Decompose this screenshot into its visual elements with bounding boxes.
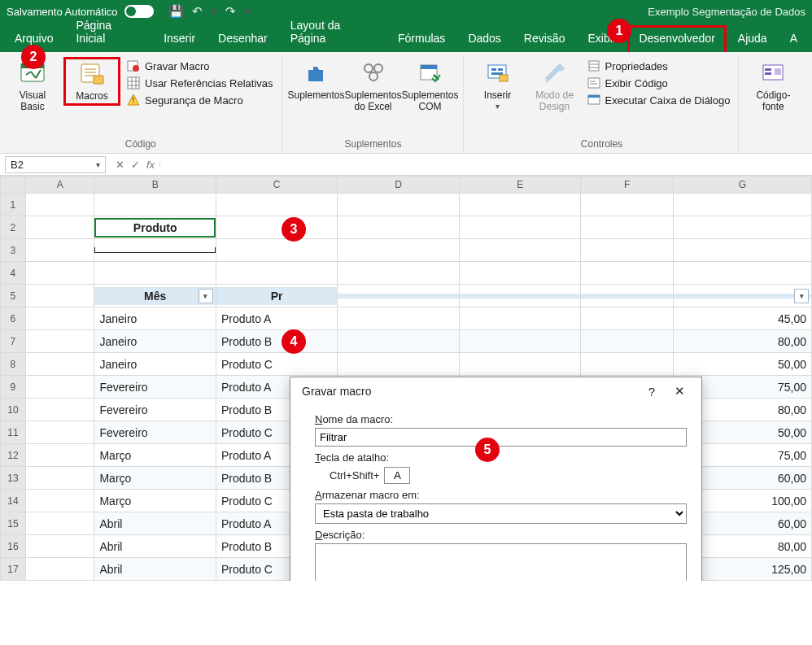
row-header[interactable]: 17: [1, 558, 26, 581]
row-header[interactable]: 1: [1, 194, 26, 216]
cell[interactable]: ▾: [673, 285, 811, 307]
cell[interactable]: [581, 330, 673, 353]
cell[interactable]: [25, 512, 94, 535]
cell[interactable]: [581, 262, 673, 285]
row-header[interactable]: 10: [1, 399, 26, 421]
suplementos-com-button[interactable]: Suplementos COM: [404, 57, 456, 112]
cell[interactable]: [581, 285, 673, 307]
cell[interactable]: [338, 353, 459, 376]
cell[interactable]: [338, 262, 459, 285]
formula-input[interactable]: [159, 162, 812, 167]
cell[interactable]: Março: [94, 467, 216, 490]
cell[interactable]: [581, 194, 673, 216]
cell[interactable]: [459, 353, 580, 376]
descricao-input[interactable]: [315, 543, 687, 581]
cell[interactable]: Março: [94, 444, 216, 467]
suplementos-excel-button[interactable]: Suplementos do Excel: [347, 57, 399, 112]
tab-formulas[interactable]: Fórmulas: [386, 25, 456, 52]
cell[interactable]: [459, 194, 580, 216]
select-all-corner[interactable]: [1, 177, 26, 194]
cell[interactable]: [216, 262, 337, 285]
cell[interactable]: [25, 330, 94, 353]
cell[interactable]: [673, 194, 811, 216]
cell[interactable]: Produto: [94, 216, 216, 239]
cell[interactable]: 80,00: [673, 330, 811, 353]
row-header[interactable]: 3: [1, 239, 26, 262]
tab-desenhar[interactable]: Desenhar: [207, 25, 279, 52]
filter-button[interactable]: ▾: [199, 289, 213, 303]
cell[interactable]: Mês▾: [94, 285, 216, 307]
cell[interactable]: [25, 490, 94, 512]
cell[interactable]: [459, 239, 580, 262]
cell[interactable]: [581, 307, 673, 330]
tab-extra[interactable]: A: [779, 25, 809, 52]
cell[interactable]: Produto B: [216, 330, 337, 353]
tab-layout[interactable]: Layout da Página: [279, 12, 386, 52]
cell[interactable]: Fevereiro: [94, 376, 216, 399]
cell[interactable]: [25, 467, 94, 490]
row-header[interactable]: 6: [1, 307, 26, 330]
cell[interactable]: [459, 262, 580, 285]
inserir-controle-button[interactable]: Inserir ▾: [472, 57, 524, 112]
cell[interactable]: [25, 285, 94, 307]
cell[interactable]: Janeiro: [94, 330, 216, 353]
cell[interactable]: [94, 247, 215, 253]
row-header[interactable]: 14: [1, 490, 26, 512]
cell[interactable]: Março: [94, 490, 216, 512]
enter-formula-icon[interactable]: ✓: [131, 159, 140, 171]
namebox-dropdown-icon[interactable]: ▾: [96, 160, 100, 169]
tab-inserir[interactable]: Inserir: [152, 25, 207, 52]
fx-icon[interactable]: fx: [146, 159, 155, 171]
cell[interactable]: Produto C: [216, 353, 337, 376]
cell[interactable]: [25, 239, 94, 262]
cell[interactable]: Produto A: [216, 307, 337, 330]
cell[interactable]: [94, 239, 216, 262]
cell[interactable]: [94, 262, 216, 285]
col-header[interactable]: A: [25, 177, 94, 194]
row-header[interactable]: 12: [1, 444, 26, 467]
gravar-macro-button[interactable]: Gravar Macro: [125, 59, 275, 73]
undo-dropdown-icon[interactable]: ▾: [211, 4, 217, 19]
col-header[interactable]: B: [94, 177, 216, 194]
cell[interactable]: Fevereiro: [94, 421, 216, 444]
tab-pagina-inicial[interactable]: Página Inicial: [64, 12, 152, 52]
cell[interactable]: [25, 421, 94, 444]
codigo-fonte-button[interactable]: Código-fonte: [747, 57, 799, 112]
cell[interactable]: [25, 353, 94, 376]
dialog-help-button[interactable]: ?: [638, 385, 666, 399]
nome-macro-input[interactable]: [315, 428, 687, 447]
autosave-toggle[interactable]: [124, 5, 154, 18]
cell[interactable]: [216, 239, 337, 262]
cell[interactable]: [25, 307, 94, 330]
selected-cell[interactable]: Produto: [94, 218, 215, 238]
cell[interactable]: [338, 285, 459, 307]
col-header[interactable]: D: [338, 177, 459, 194]
cell[interactable]: [673, 216, 811, 239]
redo-icon[interactable]: ↷: [225, 4, 236, 19]
cell[interactable]: Abril: [94, 558, 216, 581]
tab-desenvolvedor[interactable]: Desenvolvedor: [627, 25, 726, 52]
cell[interactable]: [459, 307, 580, 330]
executar-dialogo-button[interactable]: Executar Caixa de Diálogo: [586, 93, 732, 107]
cancel-formula-icon[interactable]: ✕: [116, 159, 124, 171]
cell[interactable]: 50,00: [673, 353, 811, 376]
cell[interactable]: [216, 194, 337, 216]
row-header[interactable]: 7: [1, 330, 26, 353]
cell[interactable]: [25, 194, 94, 216]
name-box[interactable]: B2 ▾: [5, 156, 106, 173]
cell[interactable]: [338, 330, 459, 353]
cell[interactable]: [25, 262, 94, 285]
col-header[interactable]: G: [673, 177, 811, 194]
cell[interactable]: Pr: [216, 285, 337, 307]
exibir-codigo-button[interactable]: Exibir Código: [586, 76, 732, 90]
macros-button[interactable]: Macros: [63, 57, 120, 106]
cell[interactable]: [581, 239, 673, 262]
cell[interactable]: [338, 216, 459, 239]
col-header[interactable]: F: [581, 177, 673, 194]
col-header[interactable]: C: [216, 177, 337, 194]
cell[interactable]: [581, 353, 673, 376]
undo-icon[interactable]: ↶: [192, 4, 203, 19]
cell[interactable]: Fevereiro: [94, 399, 216, 421]
cell[interactable]: [338, 239, 459, 262]
seguranca-macro-button[interactable]: ! Segurança de Macro: [125, 93, 275, 107]
